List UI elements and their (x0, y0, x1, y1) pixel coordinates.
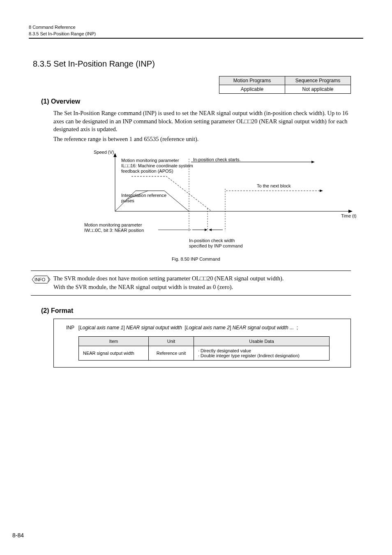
fig-mm1a: Motion monitoring parameter (121, 158, 179, 163)
fmt-r1c2: Reference unit (149, 346, 194, 360)
info-icon: INFO (31, 273, 53, 287)
applicability-table: Motion Programs Sequence Programs Applic… (219, 76, 351, 94)
fmt-r1c1: NEAR signal output width (79, 346, 149, 360)
fig-interp-b: pulses (121, 198, 134, 203)
fmt-r1c3: · Directly designated value · Double int… (194, 346, 330, 360)
format-table: Item Unit Usable Data NEAR signal output… (78, 336, 330, 361)
section-title: 8.3.5 Set In-Position Range (INP) (33, 59, 363, 69)
svg-marker-15 (209, 229, 212, 231)
fmt-th-data: Usable Data (194, 336, 330, 346)
svg-text:INFO: INFO (35, 277, 46, 282)
info-line-1: The SVR module does not have motion sett… (53, 274, 284, 282)
fig-inpos-start: In-position check starts. (193, 157, 241, 162)
overview-heading: (1) Overview (41, 98, 363, 105)
fmt-th-item: Item (79, 336, 149, 346)
header-chapter: 8 Command Reference (29, 25, 363, 30)
figure-caption: Fig. 8.50 INP Command (29, 257, 363, 261)
format-box: INP [Logical axis name 1] NEAR signal ou… (53, 319, 351, 368)
inp-figure: Speed (V) Motion monitoring parameter IL… (74, 150, 362, 252)
app-cell-sequence: Not applicable (285, 85, 351, 94)
svg-marker-7 (311, 161, 315, 163)
format-syntax: INP [Logical axis name 1] NEAR signal ou… (66, 325, 342, 331)
fig-next-block: To the next block (257, 183, 291, 188)
fig-width-a: In-position check width (189, 238, 235, 243)
svg-marker-3 (348, 210, 353, 213)
fig-width-b: specified by INP command (189, 243, 243, 248)
fig-speed-label: Speed (V) (94, 150, 114, 155)
fmt-th-unit: Unit (149, 336, 194, 346)
fig-mm1b: IL□□16: Machine coordinate system (121, 163, 193, 168)
fig-mm2b: IW□□0C, bit 3: NEAR position (84, 228, 144, 233)
info-block: INFO The SVR module does not have motion… (31, 271, 351, 296)
info-line-2: With the SVR module, the NEAR signal out… (53, 283, 284, 291)
app-cell-motion: Applicable (219, 85, 285, 94)
header-section: 8.3.5 Set In-Position Range (INP) (29, 31, 363, 39)
svg-marker-9 (320, 190, 323, 192)
overview-p1: The Set In-Position Range command (INP) … (53, 109, 351, 134)
fig-time-label: Time (t) (341, 213, 356, 218)
svg-marker-13 (205, 229, 208, 231)
fig-mm2a: Motion monitoring parameter (84, 222, 142, 227)
overview-p2: The reference range is between 1 and 655… (53, 135, 351, 143)
fig-interp-a: Interpolation reference (121, 193, 166, 198)
app-header-sequence: Sequence Programs (285, 76, 351, 85)
format-heading: (2) Format (41, 307, 363, 314)
page-number: 8-84 (12, 532, 24, 539)
fig-mm1c: feedback position (APOS) (121, 169, 173, 173)
app-header-motion: Motion Programs (219, 76, 285, 85)
